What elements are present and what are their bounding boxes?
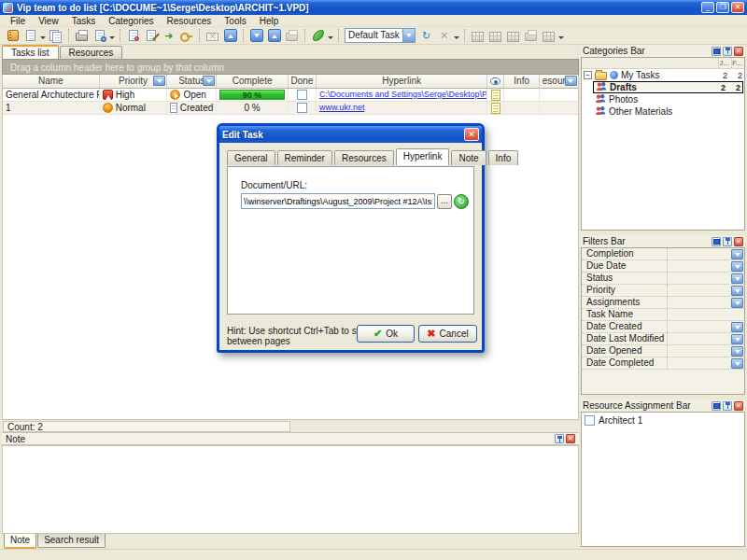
menu-tasks[interactable]: Tasks xyxy=(65,15,103,27)
cell-hyperlink[interactable]: www.ukr.net xyxy=(317,102,487,114)
cell-info[interactable] xyxy=(504,102,540,114)
cell-hyperlink[interactable]: C:\Documents and Settings\Serge\Desktop\… xyxy=(317,89,487,101)
notebook-icon[interactable] xyxy=(4,28,21,44)
grid-1-icon[interactable] xyxy=(469,28,486,44)
document-url-input[interactable] xyxy=(241,193,435,209)
cell-priority[interactable]: High xyxy=(100,89,168,101)
filter-row-completion[interactable]: Completion xyxy=(582,248,744,260)
print-grid-disabled-icon[interactable] xyxy=(522,28,540,44)
group-by-bar[interactable]: Drag a column header here to group by th… xyxy=(2,59,579,75)
collapse-icon[interactable] xyxy=(712,401,721,411)
cell-name[interactable]: 1 xyxy=(3,102,100,114)
menu-tools[interactable]: Tools xyxy=(218,15,252,27)
menu-file[interactable]: File xyxy=(4,15,32,27)
cell-complete[interactable]: 0 % xyxy=(217,102,289,114)
filter-row-date-created[interactable]: Date Created xyxy=(582,321,744,333)
priority-filter-icon[interactable] xyxy=(153,76,165,86)
combo-dropdown-icon[interactable] xyxy=(402,29,415,42)
filter-row-date-last-modified[interactable]: Date Last Modified xyxy=(582,333,744,345)
close-icon[interactable] xyxy=(734,47,743,56)
pin-icon[interactable] xyxy=(723,237,732,246)
resource-filter-icon[interactable] xyxy=(565,76,577,86)
cell-priority[interactable]: Normal xyxy=(100,102,168,114)
cell-done[interactable] xyxy=(289,102,317,114)
email-disabled-icon[interactable] xyxy=(204,28,221,44)
dropdown-icon[interactable] xyxy=(731,273,743,284)
new-task-dropdown-icon[interactable] xyxy=(40,36,46,42)
edit-task-icon[interactable] xyxy=(142,28,160,44)
complete-task-icon[interactable]: ➜ xyxy=(160,28,177,44)
collapse-icon[interactable] xyxy=(712,47,721,56)
dropdown-icon[interactable] xyxy=(731,298,743,308)
copy-icon[interactable] xyxy=(47,28,64,44)
menu-help[interactable]: Help xyxy=(253,15,286,27)
table-row[interactable]: 1 Normal Created 0 % www.ukr.net xyxy=(3,102,578,115)
grid-2-icon[interactable] xyxy=(486,28,504,44)
add-task-icon[interactable] xyxy=(124,28,142,44)
column-header-name[interactable]: Name xyxy=(3,75,100,88)
tab-tasks-list[interactable]: Tasks list xyxy=(2,45,59,59)
pin-icon[interactable] xyxy=(723,47,732,56)
column-header-complete[interactable]: Complete xyxy=(217,75,289,88)
dialog-tab-resources[interactable]: Resources xyxy=(334,150,394,165)
menu-categories[interactable]: Categories xyxy=(102,15,160,27)
tree-item-other-materials[interactable]: Other Materials xyxy=(582,105,744,118)
dropdown-icon[interactable] xyxy=(731,346,743,357)
key-icon[interactable] xyxy=(177,28,195,44)
dropdown-icon[interactable] xyxy=(731,358,743,369)
dropdown-icon[interactable] xyxy=(731,261,743,272)
flag-view-dropdown-icon[interactable] xyxy=(328,36,333,42)
grid-3-icon[interactable] xyxy=(504,28,522,44)
column-header-priority[interactable]: Priority xyxy=(100,75,168,88)
column-header-eye[interactable] xyxy=(487,75,504,88)
menu-resources[interactable]: Resources xyxy=(161,15,218,27)
view-dropdown-icon[interactable] xyxy=(454,36,459,42)
dialog-close-button[interactable]: ✕ xyxy=(464,128,479,141)
column-header-info[interactable]: Info xyxy=(504,75,540,88)
move-up-icon[interactable] xyxy=(221,28,239,44)
ok-button[interactable]: ✔ Ok xyxy=(357,325,415,343)
column-header-hyperlink[interactable]: Hyperlink xyxy=(317,75,487,88)
status-filter-icon[interactable] xyxy=(203,76,215,86)
resource-checkbox[interactable] xyxy=(585,415,595,426)
table-row[interactable]: General Archutecture Plan High Open 90 %… xyxy=(3,89,578,102)
pin-icon[interactable] xyxy=(723,401,732,411)
collapse-expander-icon[interactable]: − xyxy=(584,71,592,79)
clear-disabled-icon[interactable]: ✕ xyxy=(435,28,453,44)
cell-note-flag[interactable] xyxy=(487,102,504,114)
tab-resources[interactable]: Resources xyxy=(60,46,123,59)
done-checkbox[interactable] xyxy=(297,90,307,100)
dropdown-icon[interactable] xyxy=(731,249,743,259)
cell-resource[interactable] xyxy=(540,89,578,101)
dropdown-icon[interactable] xyxy=(731,322,743,332)
filter-row-date-opened[interactable]: Date Opened xyxy=(582,345,744,357)
tab-search-result[interactable]: Search result xyxy=(37,534,106,548)
tab-note[interactable]: Note xyxy=(4,534,36,549)
pin-icon[interactable] xyxy=(555,434,564,443)
tree-item-drafts[interactable]: Drafts 2 2 xyxy=(593,81,743,93)
task-view-combo[interactable]: Default Task View xyxy=(345,28,416,43)
close-icon[interactable] xyxy=(734,237,743,246)
dialog-tab-info[interactable]: Info xyxy=(488,150,519,165)
dialog-tab-hyperlink[interactable]: Hyperlink xyxy=(396,148,450,165)
filter-row-assignments[interactable]: Assignments xyxy=(582,297,744,309)
filter-row-priority[interactable]: Priority xyxy=(582,285,744,297)
grid-dropdown-icon[interactable] xyxy=(558,36,564,42)
filter-row-due-date[interactable]: Due Date xyxy=(582,260,744,273)
cell-status[interactable]: Created xyxy=(167,102,217,114)
filter-row-date-completed[interactable]: Date Completed xyxy=(582,357,744,370)
note-editor[interactable] xyxy=(2,445,579,534)
cell-done[interactable] xyxy=(289,89,317,101)
close-icon[interactable] xyxy=(734,401,743,411)
grid-4-icon[interactable] xyxy=(540,28,557,44)
cell-status[interactable]: Open xyxy=(167,89,217,101)
cell-name[interactable]: General Archutecture Plan xyxy=(3,89,100,101)
cancel-button[interactable]: ✖ Cancel xyxy=(418,325,477,343)
tree-item-photos[interactable]: Photos xyxy=(582,93,744,105)
move-down-icon[interactable] xyxy=(247,28,265,44)
print-icon[interactable] xyxy=(73,28,91,44)
cell-complete[interactable]: 90 % xyxy=(217,89,289,101)
collapse-icon[interactable] xyxy=(712,237,721,246)
menu-view[interactable]: View xyxy=(32,15,65,27)
close-icon[interactable] xyxy=(566,434,575,443)
